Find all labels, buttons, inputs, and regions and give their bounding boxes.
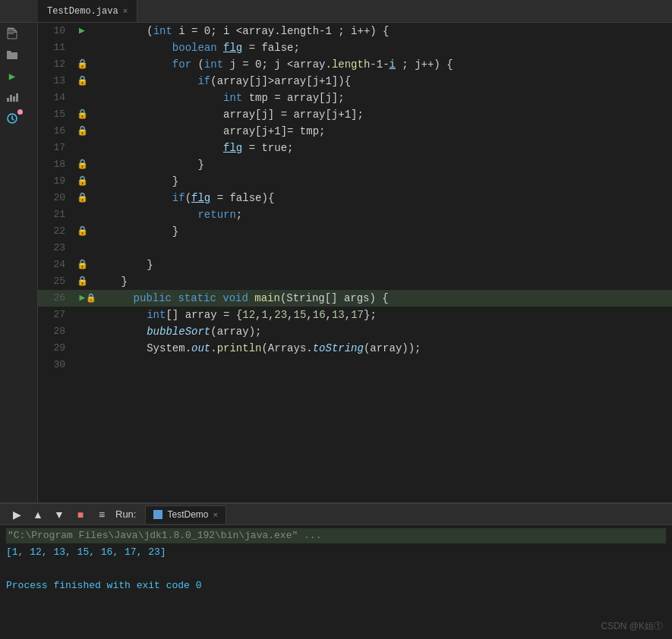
bottom-tab-bar: ▶ ▲ ▼ ■ ≡ Run: TestDemo × — [0, 504, 672, 525]
code-line: 21 return; — [38, 206, 672, 223]
bottom-output: "C:\Program Files\Java\jdk1.8.0_192\bin\… — [0, 525, 672, 639]
line-content: array[j] = array[j+1]; — [90, 106, 672, 123]
line-gutter[interactable]: 🔒 — [74, 123, 90, 140]
code-line: 25🔒 } — [38, 273, 672, 290]
stop-button[interactable]: ■ — [70, 505, 91, 524]
code-line: 18🔒 } — [38, 156, 672, 173]
empty-line — [6, 562, 666, 577]
watermark: CSDN @K姮① — [601, 620, 663, 633]
line-number: 12 — [38, 56, 74, 73]
line-number: 21 — [38, 206, 74, 223]
line-gutter[interactable]: 🔒 — [74, 223, 90, 240]
bottom-tab-close[interactable]: × — [213, 510, 218, 519]
code-line: 14 int tmp = array[j]; — [38, 90, 672, 106]
line-number: 11 — [38, 39, 74, 56]
line-content: } — [90, 173, 672, 190]
line-gutter[interactable]: 🔒 — [74, 190, 90, 206]
line-content: return; — [90, 206, 672, 223]
scroll-up-button[interactable]: ▲ — [27, 505, 49, 524]
line-content: flg = true; — [90, 140, 672, 156]
code-line: 13🔒 if(array[j]>array[j+1]){ — [38, 73, 672, 90]
code-line: 29 System.out.println(Arrays.toString(ar… — [38, 340, 672, 357]
editor-tab[interactable]: TestDemo.java × — [38, 0, 137, 22]
bottom-tab-name: TestDemo — [167, 509, 208, 520]
svg-rect-2 — [8, 32, 17, 33]
line-number: 18 — [38, 156, 74, 173]
sidebar-folder-icon[interactable] — [0, 44, 24, 65]
line-gutter[interactable]: 🔒 — [74, 173, 90, 190]
code-line: 22🔒 } — [38, 223, 672, 240]
line-content: array[j+1]= tmp; — [90, 123, 672, 140]
code-line: 12🔒 for (int j = 0; j <array.length-1-i … — [38, 56, 672, 73]
bottom-panel: ▶ ▲ ▼ ■ ≡ Run: TestDemo × "C:\Program Fi… — [0, 502, 672, 639]
line-number: 24 — [38, 257, 74, 273]
code-line: 24🔒 } — [38, 257, 672, 273]
run-button[interactable]: ▶ — [6, 505, 27, 524]
line-content: int tmp = array[j]; — [90, 90, 672, 106]
code-line: 20🔒 if(flg = false){ — [38, 190, 672, 206]
line-gutter[interactable]: 🔒 — [74, 73, 90, 90]
svg-rect-5 — [10, 95, 12, 102]
code-line: 16🔒 array[j+1]= tmp; — [38, 123, 672, 140]
line-number: 27 — [38, 307, 74, 323]
code-line: 26▶🔒 public static void main(String[] ar… — [38, 290, 672, 307]
code-line: 23 — [38, 240, 672, 257]
line-content: System.out.println(Arrays.toString(array… — [90, 340, 672, 357]
line-gutter[interactable]: ▶🔒 — [74, 290, 102, 307]
code-line: 15🔒 array[j] = array[j+1]; — [38, 106, 672, 123]
line-number: 14 — [38, 90, 74, 106]
sidebar-chart-icon[interactable] — [0, 87, 24, 108]
line-content: } — [90, 223, 672, 240]
line-content: if(flg = false){ — [90, 190, 672, 206]
line-number: 15 — [38, 106, 74, 123]
line-number: 23 — [38, 240, 74, 257]
line-gutter[interactable]: ▶ — [74, 23, 90, 39]
line-content: (int i = 0; i <array.length-1 ; i++) { — [90, 23, 672, 39]
sidebar-clock-icon[interactable] — [0, 108, 24, 129]
bottom-controls: ▶ ▲ ▼ ■ ≡ — [6, 505, 112, 524]
tab-bar: TestDemo.java × — [0, 0, 672, 23]
line-number: 26 — [38, 290, 74, 307]
line-gutter[interactable]: 🔒 — [74, 156, 90, 173]
line-gutter[interactable]: 🔒 — [74, 257, 90, 273]
sidebar-run-icon[interactable]: ▶ — [0, 65, 24, 87]
line-content: bubbleSort(array); — [90, 323, 672, 340]
line-content: int[] array = {12,1,23,15,16,13,17}; — [90, 307, 672, 323]
line-gutter[interactable]: 🔒 — [74, 273, 90, 290]
scroll-down-button[interactable]: ▼ — [49, 505, 70, 524]
line-content: } — [90, 257, 672, 273]
svg-rect-3 — [8, 33, 14, 34]
line-number: 28 — [38, 323, 74, 340]
line-number: 19 — [38, 173, 74, 190]
sidebar-file-icon[interactable] — [0, 23, 24, 44]
svg-rect-7 — [16, 93, 18, 102]
tab-close-button[interactable]: × — [123, 7, 128, 16]
line-gutter[interactable]: 🔒 — [74, 56, 90, 73]
line-number: 10 — [38, 23, 74, 39]
run-label: Run: — [115, 508, 136, 520]
line-content: } — [90, 156, 672, 173]
line-content: for (int j = 0; j <array.length-1-i ; j+… — [90, 56, 672, 73]
line-number: 30 — [38, 357, 74, 373]
line-content: if(array[j]>array[j+1]){ — [90, 73, 672, 90]
code-line: 17 flg = true; — [38, 140, 672, 156]
line-gutter[interactable]: 🔒 — [74, 106, 90, 123]
line-content: } — [90, 273, 672, 290]
line-content: public static void main(String[] args) { — [102, 290, 672, 307]
code-line: 19🔒 } — [38, 173, 672, 190]
bottom-tab[interactable]: TestDemo × — [145, 505, 226, 524]
line-number: 17 — [38, 140, 74, 156]
line-number: 29 — [38, 340, 74, 357]
cmd-output-line: "C:\Program Files\Java\jdk1.8.0_192\bin\… — [6, 528, 666, 543]
svg-rect-6 — [13, 96, 15, 102]
main-container: TestDemo.java × ▶ 10▶ (in — [0, 0, 672, 639]
code-line: 30 — [38, 357, 672, 373]
wrap-button[interactable]: ≡ — [91, 505, 112, 524]
line-number: 13 — [38, 73, 74, 90]
line-number: 16 — [38, 123, 74, 140]
code-editor: 10▶ (int i = 0; i <array.length-1 ; i++)… — [38, 23, 672, 502]
code-lines: 10▶ (int i = 0; i <array.length-1 ; i++)… — [38, 23, 672, 373]
result-output-line: [1, 12, 13, 15, 16, 17, 23] — [6, 545, 666, 560]
tab-filename: TestDemo.java — [47, 6, 118, 17]
code-line: 11 boolean flg = false; — [38, 39, 672, 56]
